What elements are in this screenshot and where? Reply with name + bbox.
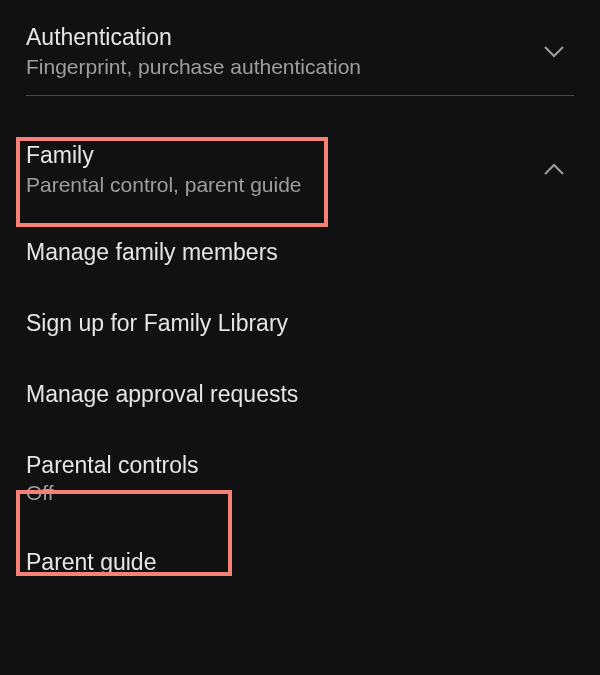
menu-item-label: Manage family members bbox=[26, 239, 574, 266]
family-header-text: Family Parental control, parent guide bbox=[26, 142, 302, 197]
menu-item-label: Parent guide bbox=[26, 549, 574, 576]
family-section-header[interactable]: Family Parental control, parent guide bbox=[0, 124, 600, 217]
family-title: Family bbox=[26, 142, 302, 169]
menu-item-label: Manage approval requests bbox=[26, 381, 574, 408]
parent-guide-item[interactable]: Parent guide bbox=[0, 527, 600, 598]
manage-family-members-item[interactable]: Manage family members bbox=[0, 217, 600, 288]
authentication-title: Authentication bbox=[26, 24, 361, 51]
parental-controls-item[interactable]: Parental controls Off bbox=[0, 430, 600, 527]
menu-item-label: Sign up for Family Library bbox=[26, 310, 574, 337]
authentication-subtitle: Fingerprint, purchase authentication bbox=[26, 55, 361, 79]
sign-up-family-library-item[interactable]: Sign up for Family Library bbox=[0, 288, 600, 359]
chevron-up-icon bbox=[540, 156, 568, 184]
manage-approval-requests-item[interactable]: Manage approval requests bbox=[0, 359, 600, 430]
menu-item-label: Parental controls bbox=[26, 452, 574, 479]
chevron-down-icon bbox=[540, 38, 568, 66]
family-subtitle: Parental control, parent guide bbox=[26, 173, 302, 197]
parental-controls-status: Off bbox=[26, 481, 574, 505]
authentication-section-header[interactable]: Authentication Fingerprint, purchase aut… bbox=[0, 8, 600, 95]
authentication-header-text: Authentication Fingerprint, purchase aut… bbox=[26, 24, 361, 79]
